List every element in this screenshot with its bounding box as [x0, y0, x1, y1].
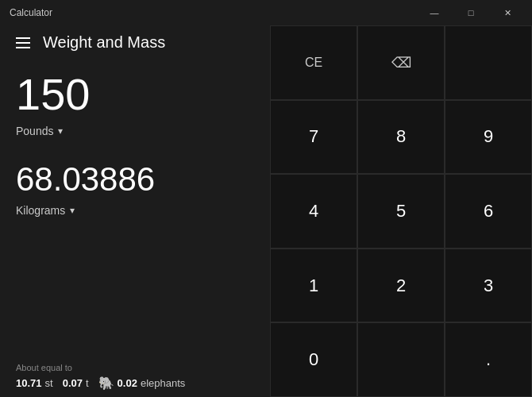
result-unit-chevron: ▾ [70, 205, 75, 216]
hamburger-line [16, 42, 30, 44]
left-panel: Weight and Mass 150 Pounds ▾ 68.03886 Ki… [0, 25, 270, 397]
result-value-display: 68.03886 [0, 150, 270, 199]
key-5[interactable]: 5 [357, 174, 445, 249]
key-dot[interactable]: . [445, 322, 532, 397]
key-1[interactable]: 1 [270, 249, 357, 323]
close-button[interactable]: ✕ [489, 0, 526, 25]
keypad: CE ⌫ 7 8 9 4 5 6 1 2 3 0 . [270, 25, 532, 397]
minimize-button[interactable]: — [416, 0, 453, 25]
input-unit-selector[interactable]: Pounds ▾ [0, 120, 270, 150]
hamburger-menu[interactable] [13, 34, 33, 52]
page-title: Weight and Mass [43, 33, 165, 52]
about-equal-label: About equal to [16, 363, 254, 372]
key-6[interactable]: 6 [445, 174, 532, 249]
hamburger-line [16, 47, 30, 48]
result-unit-selector[interactable]: Kilograms ▾ [0, 199, 270, 229]
about-equal-section: About equal to 10.71 st 0.07 t 🐘 0.02 el… [0, 357, 270, 397]
key-7[interactable]: 7 [270, 100, 357, 175]
equiv-stones-unit: st [45, 377, 53, 389]
maximize-button[interactable]: □ [453, 0, 489, 25]
key-9[interactable]: 9 [445, 100, 532, 175]
backspace-button[interactable]: ⌫ [357, 25, 445, 100]
equiv-tonnes-unit: t [86, 377, 89, 389]
equiv-elephants-value: 0.02 [118, 377, 137, 389]
key-4[interactable]: 4 [270, 174, 357, 249]
app-name: Calculator [10, 7, 52, 18]
equiv-tonnes: 0.07 t [63, 377, 89, 389]
title-bar: Calculator — □ ✕ [0, 0, 532, 25]
main-content: Weight and Mass 150 Pounds ▾ 68.03886 Ki… [0, 25, 532, 397]
equiv-elephants-unit: elephants [141, 377, 185, 389]
equiv-stones-value: 10.71 [16, 377, 42, 389]
ce-button[interactable]: CE [270, 25, 357, 100]
key-2[interactable]: 2 [357, 249, 445, 323]
equiv-elephants: 🐘 0.02 elephants [98, 376, 186, 391]
equiv-tonnes-value: 0.07 [63, 377, 83, 389]
input-unit-chevron: ▾ [58, 125, 63, 137]
key-0[interactable]: 0 [270, 322, 357, 397]
empty-cell [445, 25, 532, 100]
input-unit-label: Pounds [16, 125, 53, 137]
equiv-stones: 10.71 st [16, 377, 53, 389]
elephant-icon: 🐘 [98, 376, 114, 391]
key-8[interactable]: 8 [357, 100, 445, 175]
empty-cell-bottom [357, 322, 445, 397]
input-value-display: 150 [0, 60, 270, 120]
equivalents-row: 10.71 st 0.07 t 🐘 0.02 elephants [16, 376, 254, 391]
hamburger-line [16, 37, 30, 39]
result-unit-label: Kilograms [16, 204, 65, 217]
app-header: Weight and Mass [0, 25, 270, 60]
key-3[interactable]: 3 [445, 249, 532, 323]
window-controls: — □ ✕ [416, 0, 526, 25]
